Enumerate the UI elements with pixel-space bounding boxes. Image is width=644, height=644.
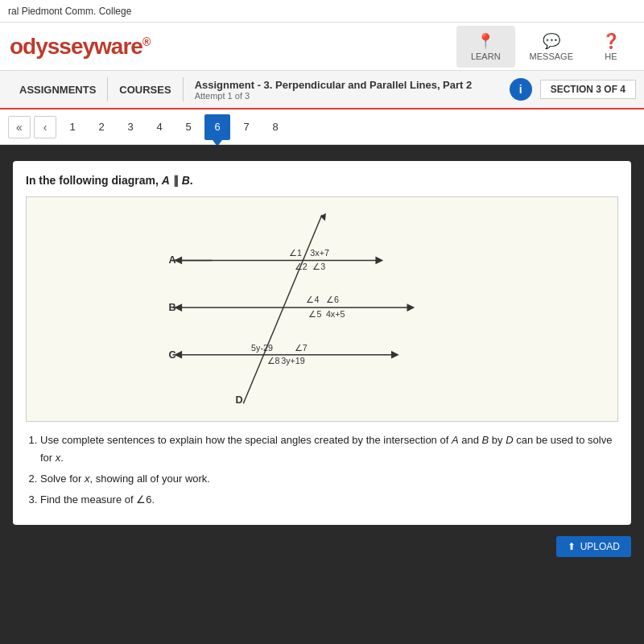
- svg-text:∠7: ∠7: [295, 343, 308, 353]
- assignment-info: Assignment - 3. Perpendicular and Parall…: [184, 79, 502, 101]
- upload-button[interactable]: ⬆ UPLOAD: [556, 536, 631, 557]
- institution-label: ral Piedmont Comm. College: [8, 6, 131, 17]
- courses-nav[interactable]: COURSES: [108, 70, 182, 109]
- message-label: MESSAGE: [530, 52, 573, 61]
- svg-text:∠8: ∠8: [267, 356, 280, 365]
- svg-text:∠6: ∠6: [326, 295, 339, 304]
- top-bar: ral Piedmont Comm. College: [0, 0, 644, 23]
- page-2[interactable]: 2: [89, 114, 114, 140]
- question-3: Find the measure of ∠6.: [40, 491, 618, 509]
- question-1: Use complete sentences to explain how th…: [40, 431, 618, 467]
- assignments-label: ASSIGNMENTS: [19, 84, 96, 96]
- info-button[interactable]: i: [510, 78, 532, 101]
- message-icon: 💬: [543, 32, 560, 50]
- diagram-svg: A B C D: [36, 207, 608, 411]
- courses-label: COURSES: [119, 84, 171, 96]
- section-badge: SECTION 3 OF 4: [540, 80, 636, 99]
- page-5[interactable]: 5: [175, 114, 201, 140]
- page-8[interactable]: 8: [262, 114, 288, 140]
- svg-marker-3: [375, 257, 383, 265]
- learn-button[interactable]: 📍 LEARN: [456, 26, 515, 68]
- help-label: HE: [605, 52, 617, 61]
- assignments-nav[interactable]: ASSIGNMENTS: [8, 70, 107, 109]
- page-1[interactable]: 1: [60, 114, 85, 140]
- tab-prev-button[interactable]: ‹: [34, 116, 56, 138]
- svg-text:D: D: [236, 394, 243, 406]
- page-6[interactable]: 6: [204, 114, 230, 140]
- header: odysseyware® 📍 LEARN 💬 MESSAGE ❓ HE: [0, 23, 644, 71]
- page-3[interactable]: 3: [118, 114, 143, 140]
- svg-text:3x+7: 3x+7: [310, 248, 329, 258]
- svg-text:∠5: ∠5: [308, 309, 321, 319]
- svg-text:∠4: ∠4: [306, 295, 319, 304]
- svg-marker-7: [407, 303, 415, 312]
- main-content: In the following diagram, A ∥ B. A B: [0, 145, 644, 644]
- svg-marker-11: [391, 351, 399, 359]
- tab-first-button[interactable]: «: [8, 116, 31, 138]
- question-header: In the following diagram, A ∥ B.: [26, 174, 618, 187]
- page-tabs: « ‹ 1 2 3 4 5 6 7 8: [0, 109, 644, 145]
- question-box: In the following diagram, A ∥ B. A B: [13, 161, 631, 525]
- svg-text:∠1: ∠1: [289, 248, 302, 258]
- svg-text:4x+5: 4x+5: [326, 309, 345, 319]
- upload-icon: ⬆: [568, 541, 576, 552]
- svg-text:3y+19: 3y+19: [281, 356, 305, 365]
- questions-list: Use complete sentences to explain how th…: [26, 431, 618, 509]
- logo-text: odysseyware: [10, 34, 142, 59]
- help-button[interactable]: ❓ HE: [588, 26, 634, 68]
- logo: odysseyware®: [10, 34, 150, 60]
- svg-text:5y-29: 5y-29: [251, 343, 273, 353]
- bottom-toolbar: ⬆ UPLOAD: [13, 536, 631, 557]
- page-7[interactable]: 7: [233, 114, 259, 140]
- assignment-title: Assignment - 3. Perpendicular and Parall…: [195, 79, 490, 91]
- learn-label: LEARN: [471, 52, 501, 61]
- diagram-container: A B C D: [26, 196, 618, 422]
- message-button[interactable]: 💬 MESSAGE: [515, 26, 588, 68]
- svg-text:C: C: [169, 349, 176, 361]
- svg-text:A: A: [169, 254, 176, 266]
- help-icon: ❓: [602, 32, 620, 50]
- svg-text:∠3: ∠3: [312, 262, 325, 271]
- learn-icon: 📍: [477, 32, 494, 50]
- svg-marker-14: [320, 213, 326, 221]
- assignment-attempt: Attempt 1 of 3: [195, 91, 490, 101]
- logo-reg: ®: [142, 35, 150, 47]
- page-4[interactable]: 4: [147, 114, 172, 140]
- nav-bar: ASSIGNMENTS COURSES Assignment - 3. Perp…: [0, 71, 644, 109]
- header-right: 📍 LEARN 💬 MESSAGE ❓ HE: [456, 26, 634, 68]
- svg-text:B: B: [169, 302, 176, 313]
- upload-label: UPLOAD: [580, 541, 620, 552]
- question-2: Solve for x, showing all of your work.: [40, 470, 618, 488]
- svg-text:∠2: ∠2: [295, 262, 308, 271]
